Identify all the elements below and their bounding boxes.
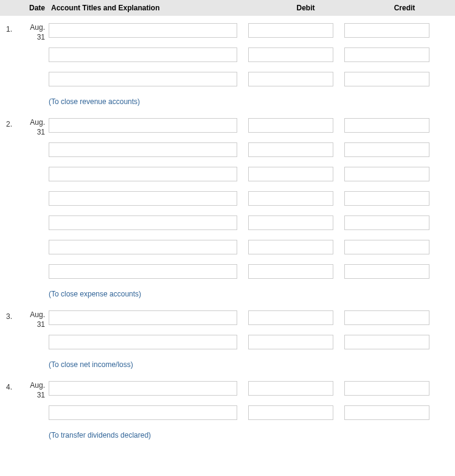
entry-content: (To close expense accounts) bbox=[49, 118, 455, 303]
entry-content: (To close revenue accounts) bbox=[49, 23, 455, 111]
input-line bbox=[49, 335, 455, 349]
entry-explanation: (To close expense accounts) bbox=[49, 289, 455, 303]
credit-input[interactable] bbox=[344, 118, 429, 133]
account-title-input[interactable] bbox=[49, 72, 237, 86]
debit-input[interactable] bbox=[248, 72, 333, 86]
input-line bbox=[49, 142, 455, 157]
account-title-input[interactable] bbox=[49, 240, 237, 254]
input-line bbox=[49, 240, 455, 254]
credit-input[interactable] bbox=[344, 215, 429, 230]
credit-input[interactable] bbox=[344, 310, 429, 325]
header-credit: Credit bbox=[356, 4, 453, 12]
entry-date: Aug.31 bbox=[18, 381, 49, 400]
entry-content: (To transfer dividends declared) bbox=[49, 381, 455, 444]
input-line bbox=[49, 47, 455, 62]
entry-explanation: (To close revenue accounts) bbox=[49, 96, 455, 111]
journal-entry: 3.Aug.31(To close net income/loss) bbox=[0, 303, 455, 374]
account-title-input[interactable] bbox=[49, 264, 237, 279]
account-title-input[interactable] bbox=[49, 405, 237, 420]
input-line bbox=[49, 264, 455, 279]
account-title-input[interactable] bbox=[49, 167, 237, 181]
debit-input[interactable] bbox=[248, 240, 333, 254]
input-line bbox=[49, 72, 455, 86]
input-line bbox=[49, 215, 455, 230]
journal-entry-table: Date Account Titles and Explanation Debi… bbox=[0, 0, 455, 444]
debit-input[interactable] bbox=[248, 310, 333, 325]
input-line bbox=[49, 118, 455, 133]
debit-input[interactable] bbox=[248, 335, 333, 349]
header-debit: Debit bbox=[255, 4, 356, 12]
journal-entry: 2.Aug.31(To close expense accounts) bbox=[0, 111, 455, 303]
credit-input[interactable] bbox=[344, 405, 429, 420]
header-date: Date bbox=[18, 4, 49, 12]
debit-input[interactable] bbox=[248, 23, 333, 38]
account-title-input[interactable] bbox=[49, 310, 237, 325]
input-line bbox=[49, 191, 455, 206]
debit-input[interactable] bbox=[248, 381, 333, 396]
entry-number: 1. bbox=[0, 23, 18, 33]
debit-input[interactable] bbox=[248, 405, 333, 420]
journal-entry: 1.Aug.31(To close revenue accounts) bbox=[0, 16, 455, 111]
entry-number: 2. bbox=[0, 118, 18, 128]
input-line bbox=[49, 381, 455, 396]
table-header-row: Date Account Titles and Explanation Debi… bbox=[0, 0, 455, 16]
debit-input[interactable] bbox=[248, 167, 333, 181]
account-title-input[interactable] bbox=[49, 47, 237, 62]
credit-input[interactable] bbox=[344, 23, 429, 38]
credit-input[interactable] bbox=[344, 264, 429, 279]
account-title-input[interactable] bbox=[49, 118, 237, 133]
entry-number: 4. bbox=[0, 381, 18, 391]
input-line bbox=[49, 405, 455, 420]
debit-input[interactable] bbox=[248, 191, 333, 206]
account-title-input[interactable] bbox=[49, 142, 237, 157]
entry-date: Aug.31 bbox=[18, 23, 49, 42]
entry-explanation: (To close net income/loss) bbox=[49, 359, 455, 374]
credit-input[interactable] bbox=[344, 191, 429, 206]
credit-input[interactable] bbox=[344, 167, 429, 181]
header-account: Account Titles and Explanation bbox=[49, 4, 255, 12]
entry-date: Aug.31 bbox=[18, 310, 49, 329]
header-blank bbox=[0, 4, 18, 12]
credit-input[interactable] bbox=[344, 142, 429, 157]
debit-input[interactable] bbox=[248, 118, 333, 133]
credit-input[interactable] bbox=[344, 240, 429, 254]
entry-explanation: (To transfer dividends declared) bbox=[49, 430, 455, 444]
account-title-input[interactable] bbox=[49, 191, 237, 206]
entry-content: (To close net income/loss) bbox=[49, 310, 455, 374]
account-title-input[interactable] bbox=[49, 335, 237, 349]
account-title-input[interactable] bbox=[49, 381, 237, 396]
input-line bbox=[49, 167, 455, 181]
debit-input[interactable] bbox=[248, 264, 333, 279]
entry-number: 3. bbox=[0, 310, 18, 321]
credit-input[interactable] bbox=[344, 335, 429, 349]
input-line bbox=[49, 23, 455, 38]
debit-input[interactable] bbox=[248, 215, 333, 230]
account-title-input[interactable] bbox=[49, 23, 237, 38]
debit-input[interactable] bbox=[248, 142, 333, 157]
entry-date: Aug.31 bbox=[18, 118, 49, 137]
credit-input[interactable] bbox=[344, 47, 429, 62]
input-line bbox=[49, 310, 455, 325]
credit-input[interactable] bbox=[344, 381, 429, 396]
credit-input[interactable] bbox=[344, 72, 429, 86]
account-title-input[interactable] bbox=[49, 215, 237, 230]
debit-input[interactable] bbox=[248, 47, 333, 62]
journal-entry: 4.Aug.31(To transfer dividends declared) bbox=[0, 374, 455, 444]
